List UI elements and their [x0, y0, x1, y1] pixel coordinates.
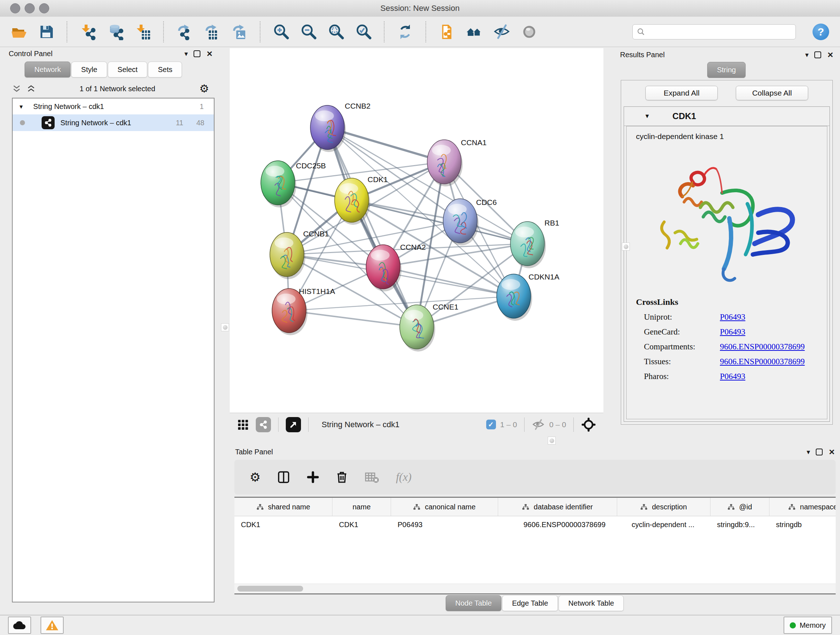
show-columns-icon[interactable] — [277, 470, 290, 484]
column-header[interactable]: @id — [711, 498, 769, 516]
float-panel-icon[interactable] — [194, 50, 201, 57]
float-panel-icon[interactable] — [814, 51, 821, 58]
file-network-button[interactable] — [437, 22, 456, 42]
panel-menu-icon[interactable]: ▾ — [185, 50, 188, 57]
network-collection-row[interactable]: ▼ String Network – cdk1 1 — [13, 98, 214, 114]
tab-network[interactable]: Network — [25, 62, 71, 78]
close-panel-icon[interactable]: ✕ — [827, 51, 834, 59]
grid-view-icon[interactable] — [237, 418, 250, 431]
column-header[interactable]: shared name — [234, 498, 332, 516]
column-header[interactable]: namespace — [769, 498, 836, 516]
gear-icon[interactable]: ⚙ — [199, 83, 209, 94]
tab-sets[interactable]: Sets — [148, 62, 182, 78]
save-session-button[interactable] — [37, 22, 56, 42]
crosslink-link[interactable]: P06493 — [720, 372, 745, 381]
cell-description[interactable]: cyclin-dependent ... — [617, 521, 711, 529]
panel-menu-icon[interactable]: ▾ — [807, 448, 810, 455]
toolbar-separator — [384, 21, 385, 42]
add-column-icon[interactable] — [307, 471, 319, 483]
protein-structure-image — [649, 160, 805, 295]
help-button[interactable]: ? — [813, 24, 829, 40]
network-view-toggle-button[interactable] — [256, 417, 271, 432]
expand-all-icon[interactable] — [27, 85, 35, 93]
detach-view-button[interactable] — [286, 417, 301, 432]
zoom-in-button[interactable] — [272, 22, 291, 42]
check-icon: ✓ — [488, 420, 494, 429]
close-panel-icon[interactable]: ✕ — [829, 448, 835, 456]
network-node-ccne1[interactable] — [400, 305, 435, 352]
network-node-ccna2[interactable] — [366, 245, 401, 291]
right-splitter-handle[interactable] — [622, 242, 630, 250]
close-panel-icon[interactable]: ✕ — [206, 50, 213, 57]
horizontal-scrollbar[interactable] — [234, 584, 836, 593]
network-node-cdc6[interactable] — [443, 199, 478, 245]
delete-trash-icon[interactable] — [336, 470, 348, 484]
expand-all-button[interactable]: Expand All — [645, 86, 718, 100]
collapse-all-icon[interactable] — [12, 85, 21, 93]
crosslink-link[interactable]: 9606.ENSP00000378699 — [720, 342, 805, 352]
cell-id[interactable]: stringdb:9... — [711, 521, 769, 529]
network-node-rb1[interactable] — [510, 222, 546, 268]
cell-canonical-name[interactable]: P06493 — [391, 521, 498, 529]
crosslink-link[interactable]: P06493 — [720, 312, 745, 322]
crosslink-link[interactable]: P06493 — [720, 327, 745, 337]
zoom-selected-button[interactable] — [354, 22, 373, 42]
tab-select[interactable]: Select — [108, 62, 148, 78]
cell-name[interactable]: CDK1 — [332, 521, 391, 529]
tab-string[interactable]: String — [707, 62, 745, 78]
crosslink-link[interactable]: 9606.ENSP00000378699 — [720, 357, 805, 366]
search-input[interactable] — [648, 27, 791, 36]
import-table-button[interactable] — [134, 22, 152, 42]
network-node-cdkn1a[interactable] — [497, 274, 532, 321]
column-header[interactable]: name — [332, 498, 391, 516]
float-panel-icon[interactable] — [816, 448, 823, 455]
memory-button[interactable]: Memory — [783, 616, 832, 634]
crosshair-icon[interactable] — [581, 417, 596, 432]
network-row-selected[interactable]: String Network – cdk1 11 48 — [13, 114, 214, 131]
export-network-button[interactable] — [175, 22, 194, 42]
zoom-out-button[interactable] — [299, 22, 318, 42]
network-home-button[interactable] — [465, 22, 484, 42]
column-header[interactable]: canonical name — [391, 498, 498, 516]
collapse-all-button[interactable]: Collapse All — [736, 86, 808, 100]
gene-header[interactable]: ▼ CDK1 — [624, 107, 829, 126]
export-table-button[interactable] — [202, 22, 221, 42]
network-node-hist1h1a[interactable] — [272, 288, 308, 335]
tab-node-table[interactable]: Node Table — [446, 595, 502, 611]
bottom-splitter-handle[interactable] — [548, 437, 556, 445]
warnings-button[interactable] — [41, 616, 64, 634]
cell-namespace[interactable]: stringdb — [769, 521, 836, 529]
column-header[interactable]: description — [617, 498, 711, 516]
export-image-button[interactable] — [230, 22, 249, 42]
network-graph[interactable]: CCNB2CCNA1CDC25BCDK1CDC6RB1CCNB1CCNA2CDK… — [230, 48, 603, 413]
table-settings-gear-icon[interactable]: ⚙ — [249, 471, 261, 483]
search-field[interactable] — [632, 24, 796, 40]
tab-edge-table[interactable]: Edge Table — [502, 595, 558, 611]
tab-network-table[interactable]: Network Table — [559, 595, 624, 611]
open-session-button[interactable] — [9, 22, 28, 42]
tree-expanded-icon[interactable]: ▼ — [644, 113, 650, 119]
refresh-button[interactable] — [396, 22, 415, 42]
network-node-ccnb1[interactable] — [270, 233, 305, 279]
network-node-ccna1[interactable] — [427, 140, 463, 187]
birdseye-view-button[interactable] — [520, 22, 538, 42]
network-collection-count: 1 — [200, 103, 208, 111]
cell-shared-name[interactable]: CDK1 — [234, 521, 332, 529]
hide-panel-button[interactable] — [493, 22, 511, 42]
left-splitter-handle[interactable] — [221, 323, 229, 331]
cloud-button[interactable] — [8, 616, 31, 634]
cell-database-identifier[interactable]: 9606.ENSP00000378699 — [498, 521, 617, 529]
zoom-fit-button[interactable] — [327, 22, 346, 42]
network-node-ccnb2[interactable] — [310, 105, 346, 152]
import-network-button[interactable] — [79, 22, 97, 42]
network-canvas[interactable]: CCNB2CCNA1CDC25BCDK1CDC6RB1CCNB1CCNA2CDK… — [230, 48, 603, 413]
table-row[interactable]: CDK1 CDK1 P06493 9606.ENSP00000378699 cy… — [234, 516, 836, 533]
selected-checkbox[interactable]: ✓ — [486, 420, 496, 429]
tree-expanded-icon[interactable]: ▼ — [19, 103, 24, 110]
import-network-from-database-button[interactable] — [106, 22, 125, 42]
scrollbar-thumb[interactable] — [237, 586, 303, 592]
column-header[interactable]: database identifier — [498, 498, 617, 516]
network-node-cdk1[interactable] — [335, 178, 370, 225]
tab-style[interactable]: Style — [71, 62, 107, 78]
panel-menu-icon[interactable]: ▾ — [805, 51, 809, 58]
